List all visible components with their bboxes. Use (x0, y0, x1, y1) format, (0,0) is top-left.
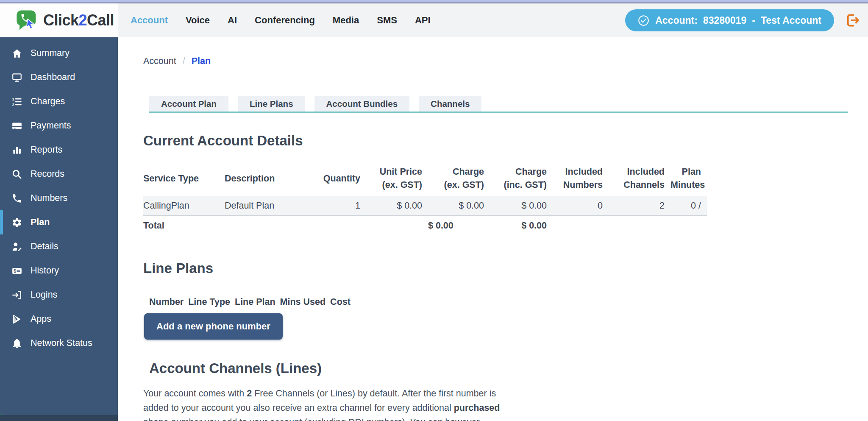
sidebar-item-summary[interactable]: Summary (0, 41, 118, 65)
phone-icon (11, 193, 22, 204)
topnav-voice[interactable]: Voice (186, 15, 210, 26)
cell-included-numbers: 0 (553, 196, 609, 216)
sidebar-label: Reports (31, 145, 62, 155)
top-header: Click2Call Account Voice AI Conferencing… (0, 3, 868, 37)
col-service-type: Service Type (143, 165, 225, 196)
gear-icon (11, 217, 22, 228)
account-plan-table: Service Type Description Quantity Unit P… (143, 165, 707, 236)
sidebar-label: Plan (31, 217, 50, 228)
table-header-row: Service Type Description Quantity Unit P… (143, 165, 707, 196)
plan-tabs: Account Plan Line Plans Account Bundles … (149, 96, 848, 113)
svg-text:$: $ (14, 268, 16, 273)
sidebar-item-numbers[interactable]: Numbers (0, 186, 118, 210)
account-badge-text: Account: 83280019 - Test Account (655, 15, 821, 26)
add-phone-number-button[interactable]: Add a new phone number (144, 313, 283, 340)
main-content: Account / Plan Account Plan Line Plans A… (118, 37, 868, 421)
topnav-sms[interactable]: SMS (377, 15, 397, 26)
line-plans-header-row: Number Line Type Line Plan Mins Used Cos… (149, 296, 868, 307)
logout-icon[interactable] (844, 12, 860, 28)
sidebar-item-details[interactable]: Details (0, 234, 118, 259)
lp-col-number: Number (149, 296, 184, 307)
sidebar-item-charges[interactable]: 12 Charges (0, 89, 118, 114)
click2call-logo-icon (15, 9, 38, 32)
sidebar: Summary Dashboard 12 Charges Payments (0, 37, 118, 421)
lp-col-line-plan: Line Plan (235, 296, 275, 307)
monitor-icon (11, 72, 22, 83)
col-description: Description (225, 165, 316, 196)
topnav-account[interactable]: Account (131, 15, 168, 26)
cell-service-type: CallingPlan (143, 196, 225, 216)
sidebar-label: Dashboard (31, 72, 75, 83)
cell-charge-ex: $ 0.00 (428, 196, 490, 216)
total-charge-ex: $ 0.00 (428, 216, 490, 236)
sidebar-label: Payments (31, 120, 71, 131)
top-navigation: Account Voice AI Conferencing Media SMS … (131, 15, 431, 26)
lp-col-cost: Cost (330, 296, 351, 307)
breadcrumb-separator: / (183, 56, 185, 67)
col-included-numbers: IncludedNumbers (553, 165, 609, 196)
sidebar-label: Records (31, 169, 64, 179)
line-plans-title: Line Plans (143, 260, 868, 277)
breadcrumb-plan[interactable]: Plan (192, 56, 211, 67)
login-arrow-icon (11, 290, 22, 301)
sidebar-item-payments[interactable]: Payments (0, 114, 118, 138)
sidebar-footer-strip (0, 415, 118, 421)
topnav-conferencing[interactable]: Conferencing (255, 15, 315, 26)
total-charge-inc: $ 0.00 (490, 216, 553, 236)
table-row-calling-plan: CallingPlan Default Plan 1 $ 0.00 $ 0.00… (143, 196, 707, 216)
bar-chart-icon (11, 145, 22, 156)
svg-text:2: 2 (12, 102, 14, 106)
search-icon (11, 169, 22, 180)
cell-description: Default Plan (225, 196, 316, 216)
table-total-row: Total $ 0.00 $ 0.00 (143, 216, 707, 236)
account-channels-paragraph: Your account comes with 2 Free Channels … (143, 386, 516, 421)
sidebar-item-dashboard[interactable]: Dashboard (0, 65, 118, 89)
cell-included-channels: 2 (609, 196, 670, 216)
tab-account-bundles[interactable]: Account Bundles (314, 96, 410, 112)
house-icon (11, 48, 22, 59)
col-charge-inc: Charge(inc. GST) (490, 165, 553, 196)
sidebar-label: History (31, 265, 59, 276)
tab-account-plan[interactable]: Account Plan (149, 96, 228, 112)
sidebar-item-records[interactable]: Records (0, 162, 118, 186)
breadcrumb-account[interactable]: Account (143, 56, 176, 67)
tab-channels[interactable]: Channels (419, 96, 481, 112)
total-label: Total (143, 216, 428, 236)
header-right: Account: 83280019 - Test Account (625, 3, 860, 37)
sidebar-label: Summary (31, 48, 70, 59)
sidebar-label: Apps (31, 314, 51, 324)
col-quantity: Quantity (316, 165, 366, 196)
lp-col-mins-used: Mins Used (280, 296, 326, 307)
tab-line-plans[interactable]: Line Plans (238, 96, 305, 112)
check-circle-icon (638, 15, 649, 26)
sidebar-label: Logins (31, 290, 57, 300)
col-charge-ex: Charge(ex. GST) (428, 165, 490, 196)
breadcrumb: Account / Plan (143, 55, 868, 67)
total-empty (553, 216, 707, 236)
brand-name: Click2Call (43, 11, 114, 29)
sidebar-item-network-status[interactable]: Network Status (0, 331, 118, 355)
list-ordered-icon: 12 (11, 96, 22, 107)
account-badge[interactable]: Account: 83280019 - Test Account (625, 9, 834, 31)
user-edit-icon (11, 241, 22, 252)
topnav-ai[interactable]: AI (228, 15, 237, 26)
col-unit-price: Unit Price(ex. GST) (366, 165, 428, 196)
topnav-media[interactable]: Media (333, 15, 359, 26)
sidebar-item-history[interactable]: $ History (0, 259, 118, 283)
cell-charge-inc: $ 0.00 (490, 196, 553, 216)
sidebar-label: Charges (31, 96, 65, 107)
current-account-details-title: Current Account Details (143, 132, 868, 149)
billing-card-icon: $ (11, 265, 22, 276)
topnav-api[interactable]: API (415, 15, 431, 26)
sidebar-label: Details (31, 241, 58, 252)
apps-play-icon (11, 314, 22, 325)
lp-col-line-type: Line Type (188, 296, 230, 307)
cell-unit-price: $ 0.00 (366, 196, 428, 216)
sidebar-item-apps[interactable]: Apps (0, 307, 118, 331)
sidebar-item-logins[interactable]: Logins (0, 283, 118, 307)
sidebar-item-reports[interactable]: Reports (0, 138, 118, 162)
svg-text:1: 1 (12, 97, 14, 101)
brand-logo[interactable]: Click2Call (0, 3, 118, 37)
sidebar-item-plan[interactable]: Plan (0, 210, 118, 234)
sidebar-label: Numbers (31, 193, 67, 204)
